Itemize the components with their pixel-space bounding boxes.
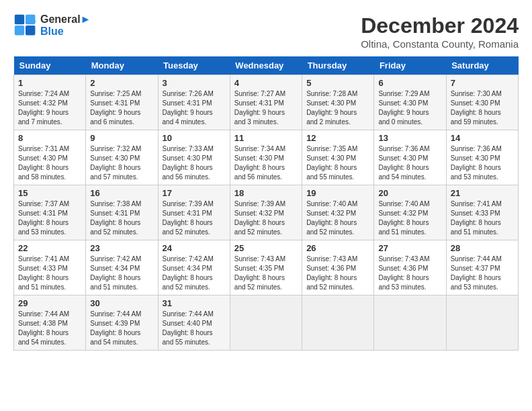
day-number: 1 — [18, 78, 81, 88]
weekday-header-friday: Friday — [374, 56, 446, 75]
weekday-header-thursday: Thursday — [302, 56, 374, 75]
page-header: General► Blue December 2024 Oltina, Cons… — [13, 13, 519, 50]
weekday-header-sunday: Sunday — [14, 56, 86, 75]
day-info: Sunrise: 7:38 AMSunset: 4:31 PMDaylight:… — [90, 199, 153, 237]
weekday-header-saturday: Saturday — [446, 56, 518, 75]
day-info: Sunrise: 7:43 AMSunset: 4:35 PMDaylight:… — [234, 255, 298, 292]
day-info: Sunrise: 7:24 AMSunset: 4:32 PMDaylight:… — [18, 89, 81, 127]
day-info: Sunrise: 7:41 AMSunset: 4:33 PMDaylight:… — [18, 255, 81, 292]
day-info: Sunrise: 7:32 AMSunset: 4:30 PMDaylight:… — [90, 144, 153, 182]
day-info: Sunrise: 7:29 AMSunset: 4:30 PMDaylight:… — [378, 89, 441, 127]
calendar-cell: 17Sunrise: 7:39 AMSunset: 4:31 PMDayligh… — [158, 185, 230, 240]
day-info: Sunrise: 7:44 AMSunset: 4:37 PMDaylight:… — [451, 255, 514, 292]
day-number: 25 — [234, 243, 298, 253]
calendar-week-4: 22Sunrise: 7:41 AMSunset: 4:33 PMDayligh… — [14, 240, 519, 295]
day-info: Sunrise: 7:34 AMSunset: 4:30 PMDaylight:… — [234, 144, 298, 182]
calendar-cell: 11Sunrise: 7:34 AMSunset: 4:30 PMDayligh… — [230, 130, 302, 185]
calendar-cell: 14Sunrise: 7:36 AMSunset: 4:30 PMDayligh… — [446, 130, 518, 185]
calendar-cell: 29Sunrise: 7:44 AMSunset: 4:38 PMDayligh… — [14, 295, 86, 351]
day-info: Sunrise: 7:37 AMSunset: 4:31 PMDaylight:… — [18, 199, 81, 237]
day-number: 29 — [18, 298, 81, 308]
calendar-cell: 20Sunrise: 7:40 AMSunset: 4:32 PMDayligh… — [374, 185, 446, 240]
logo-text: General► Blue — [40, 13, 91, 38]
day-number: 21 — [451, 188, 514, 198]
calendar-cell: 10Sunrise: 7:33 AMSunset: 4:30 PMDayligh… — [158, 130, 230, 185]
calendar-cell: 2Sunrise: 7:25 AMSunset: 4:31 PMDaylight… — [86, 75, 158, 130]
calendar-cell: 27Sunrise: 7:43 AMSunset: 4:36 PMDayligh… — [374, 240, 446, 295]
day-number: 22 — [18, 243, 81, 253]
day-number: 3 — [163, 78, 226, 88]
svg-rect-1 — [15, 15, 24, 24]
day-info: Sunrise: 7:39 AMSunset: 4:32 PMDaylight:… — [234, 199, 298, 237]
day-number: 31 — [163, 298, 226, 308]
day-info: Sunrise: 7:44 AMSunset: 4:38 PMDaylight:… — [18, 310, 81, 347]
calendar-week-2: 8Sunrise: 7:31 AMSunset: 4:30 PMDaylight… — [14, 130, 519, 185]
day-number: 7 — [451, 78, 514, 88]
calendar-cell: 6Sunrise: 7:29 AMSunset: 4:30 PMDaylight… — [374, 75, 446, 130]
day-info: Sunrise: 7:26 AMSunset: 4:31 PMDaylight:… — [163, 89, 226, 127]
calendar-cell — [446, 295, 518, 351]
day-number: 2 — [90, 78, 153, 88]
day-number: 4 — [234, 78, 298, 88]
calendar-cell: 8Sunrise: 7:31 AMSunset: 4:30 PMDaylight… — [14, 130, 86, 185]
weekday-header-tuesday: Tuesday — [158, 56, 230, 75]
logo: General► Blue — [13, 13, 91, 38]
calendar-cell: 18Sunrise: 7:39 AMSunset: 4:32 PMDayligh… — [230, 185, 302, 240]
day-number: 23 — [90, 243, 153, 253]
day-info: Sunrise: 7:30 AMSunset: 4:30 PMDaylight:… — [451, 89, 514, 127]
day-info: Sunrise: 7:36 AMSunset: 4:30 PMDaylight:… — [378, 144, 441, 182]
day-info: Sunrise: 7:36 AMSunset: 4:30 PMDaylight:… — [451, 144, 514, 182]
weekday-header-row: SundayMondayTuesdayWednesdayThursdayFrid… — [14, 56, 519, 75]
day-info: Sunrise: 7:40 AMSunset: 4:32 PMDaylight:… — [306, 199, 369, 237]
calendar-cell: 4Sunrise: 7:27 AMSunset: 4:31 PMDaylight… — [230, 75, 302, 130]
calendar-week-5: 29Sunrise: 7:44 AMSunset: 4:38 PMDayligh… — [14, 295, 519, 351]
calendar-cell: 19Sunrise: 7:40 AMSunset: 4:32 PMDayligh… — [302, 185, 374, 240]
day-number: 13 — [378, 133, 441, 143]
day-number: 9 — [90, 133, 153, 143]
day-number: 16 — [90, 188, 153, 198]
weekday-header-monday: Monday — [86, 56, 158, 75]
month-title: December 2024 — [361, 13, 519, 38]
calendar-cell: 16Sunrise: 7:38 AMSunset: 4:31 PMDayligh… — [86, 185, 158, 240]
day-number: 24 — [163, 243, 226, 253]
day-info: Sunrise: 7:35 AMSunset: 4:30 PMDaylight:… — [306, 144, 369, 182]
day-info: Sunrise: 7:44 AMSunset: 4:40 PMDaylight:… — [163, 310, 226, 347]
calendar-cell: 21Sunrise: 7:41 AMSunset: 4:33 PMDayligh… — [446, 185, 518, 240]
calendar-week-1: 1Sunrise: 7:24 AMSunset: 4:32 PMDaylight… — [14, 75, 519, 130]
calendar-cell: 15Sunrise: 7:37 AMSunset: 4:31 PMDayligh… — [14, 185, 86, 240]
calendar-cell: 31Sunrise: 7:44 AMSunset: 4:40 PMDayligh… — [158, 295, 230, 351]
weekday-header-wednesday: Wednesday — [230, 56, 302, 75]
day-info: Sunrise: 7:39 AMSunset: 4:31 PMDaylight:… — [163, 199, 226, 237]
day-number: 14 — [451, 133, 514, 143]
day-info: Sunrise: 7:27 AMSunset: 4:31 PMDaylight:… — [234, 89, 298, 127]
calendar-table: SundayMondayTuesdayWednesdayThursdayFrid… — [13, 56, 519, 351]
day-number: 11 — [234, 133, 298, 143]
day-info: Sunrise: 7:43 AMSunset: 4:36 PMDaylight:… — [306, 255, 369, 292]
calendar-cell: 3Sunrise: 7:26 AMSunset: 4:31 PMDaylight… — [158, 75, 230, 130]
location-subtitle: Oltina, Constanta County, Romania — [361, 38, 519, 50]
day-number: 6 — [378, 78, 441, 88]
day-number: 12 — [306, 133, 369, 143]
day-number: 27 — [378, 243, 441, 253]
day-number: 5 — [306, 78, 369, 88]
day-number: 8 — [18, 133, 81, 143]
calendar-week-3: 15Sunrise: 7:37 AMSunset: 4:31 PMDayligh… — [14, 185, 519, 240]
day-info: Sunrise: 7:28 AMSunset: 4:30 PMDaylight:… — [306, 89, 369, 127]
svg-rect-4 — [26, 26, 35, 35]
calendar-cell: 26Sunrise: 7:43 AMSunset: 4:36 PMDayligh… — [302, 240, 374, 295]
calendar-cell: 9Sunrise: 7:32 AMSunset: 4:30 PMDaylight… — [86, 130, 158, 185]
title-block: December 2024 Oltina, Constanta County, … — [361, 13, 519, 50]
day-number: 28 — [451, 243, 514, 253]
calendar-cell: 23Sunrise: 7:42 AMSunset: 4:34 PMDayligh… — [86, 240, 158, 295]
day-info: Sunrise: 7:33 AMSunset: 4:30 PMDaylight:… — [163, 144, 226, 182]
calendar-cell: 28Sunrise: 7:44 AMSunset: 4:37 PMDayligh… — [446, 240, 518, 295]
day-number: 10 — [163, 133, 226, 143]
day-info: Sunrise: 7:44 AMSunset: 4:39 PMDaylight:… — [90, 310, 153, 347]
calendar-cell: 12Sunrise: 7:35 AMSunset: 4:30 PMDayligh… — [302, 130, 374, 185]
calendar-cell: 7Sunrise: 7:30 AMSunset: 4:30 PMDaylight… — [446, 75, 518, 130]
day-info: Sunrise: 7:41 AMSunset: 4:33 PMDaylight:… — [451, 199, 514, 237]
day-number: 19 — [306, 188, 369, 198]
calendar-cell: 30Sunrise: 7:44 AMSunset: 4:39 PMDayligh… — [86, 295, 158, 351]
calendar-cell: 5Sunrise: 7:28 AMSunset: 4:30 PMDaylight… — [302, 75, 374, 130]
day-info: Sunrise: 7:31 AMSunset: 4:30 PMDaylight:… — [18, 144, 81, 182]
